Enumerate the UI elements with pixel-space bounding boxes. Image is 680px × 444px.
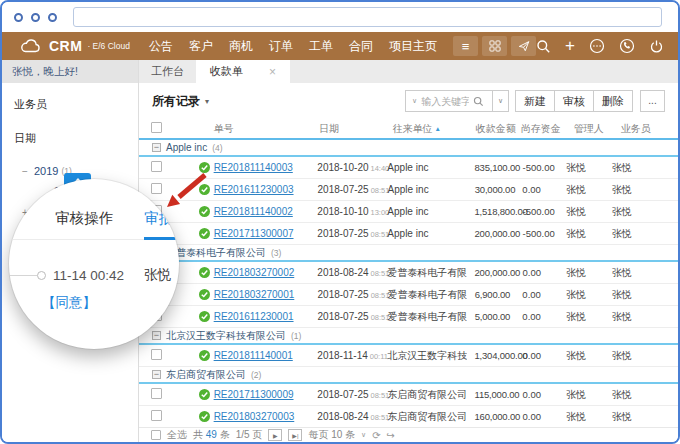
search-options-dropdown[interactable]: ∨ <box>492 91 508 111</box>
more-circle-icon[interactable] <box>589 38 605 54</box>
row-checkbox-cell <box>139 388 187 401</box>
table-row[interactable]: RE2018111400022018-10-1013:00Apple inc1,… <box>139 201 678 223</box>
order-no-cell: RE201811140001 <box>187 350 318 361</box>
forward-icon[interactable]: ↪ <box>387 430 395 441</box>
order-no-link[interactable]: RE201803270002 <box>214 267 295 278</box>
order-no-link[interactable]: RE201811140001 <box>214 350 293 361</box>
group-name: 东启商贸有限公司 <box>166 368 246 382</box>
close-icon[interactable]: × <box>269 65 276 79</box>
order-no-link[interactable]: RE201803270003 <box>214 411 295 422</box>
refresh-icon[interactable]: ⟳ <box>372 430 380 441</box>
select-all-footer-checkbox[interactable] <box>151 430 161 440</box>
order-no-link[interactable]: RE201803270001 <box>214 289 295 300</box>
nav-item[interactable]: 公告 <box>149 38 173 55</box>
tab-audit-actions[interactable]: 审核操作 <box>55 209 113 239</box>
chevron-down-icon[interactable]: ∨ <box>412 97 417 105</box>
records-filter-dropdown[interactable]: 所有记录 ▾ <box>152 93 209 110</box>
send-icon[interactable] <box>511 36 536 56</box>
column-header-remain[interactable]: 尚存资金 <box>516 122 560 136</box>
order-no-link[interactable]: RE201611230001 <box>214 311 294 322</box>
chevron-down-icon[interactable]: ∨ <box>361 431 366 439</box>
row-checkbox[interactable] <box>151 410 162 421</box>
window-control-icon[interactable] <box>31 13 40 22</box>
column-header-unit[interactable]: 往来单位▲ <box>381 122 466 136</box>
date-value: 2018-10-20 <box>317 162 368 173</box>
table-row[interactable]: RE2018032700012018-07-2508:51爱普泰科电子有限公司6… <box>139 284 678 306</box>
group-header-row[interactable]: −北京汉王数字科技有限公司(1) <box>139 328 678 345</box>
search-input[interactable] <box>421 96 469 107</box>
column-header-sales[interactable]: 业务员 <box>604 122 678 136</box>
tab-workbench[interactable]: 工作台 <box>139 60 196 83</box>
last-page-button[interactable]: ▶| <box>288 429 302 441</box>
date-cell: 2018-08-2408:51 <box>317 411 381 422</box>
order-no-link[interactable]: RE201811140003 <box>214 162 293 173</box>
next-page-button[interactable]: ▶ <box>268 429 282 441</box>
order-no-link[interactable]: RE201711300007 <box>214 228 294 239</box>
app-logo: CRM · E/6 Cloud <box>2 38 140 54</box>
order-no-link[interactable]: RE201711300009 <box>214 389 294 400</box>
sales-cell: 张悦 <box>604 227 678 241</box>
approved-status-icon <box>199 311 210 322</box>
nav-item[interactable]: 项目主页 <box>389 38 437 55</box>
tree-toggle-icon[interactable]: − <box>22 166 34 177</box>
table-row[interactable]: RE2018032700032018-08-2408:51东启商贸有限公司160… <box>139 406 678 427</box>
table-row[interactable]: RE2018111400012018-11-1400:11北京汉王数字科技有限.… <box>139 345 678 367</box>
more-button[interactable]: ... <box>640 90 665 112</box>
table-row[interactable]: RE2018032700022018-08-2408:51爱普泰科电子有限公司2… <box>139 262 678 284</box>
select-all-checkbox[interactable] <box>151 122 162 133</box>
manager-cell: 张悦 <box>560 288 604 302</box>
window-control-icon[interactable] <box>48 13 57 22</box>
search-icon[interactable] <box>536 39 551 54</box>
collapse-group-icon[interactable]: − <box>152 143 161 152</box>
filter-date-label[interactable]: 日期 <box>14 131 128 146</box>
delete-button[interactable]: 删除 <box>593 90 633 112</box>
collapse-group-icon[interactable]: − <box>152 370 161 379</box>
new-button[interactable]: 新建 <box>515 90 555 112</box>
column-header-amount[interactable]: 收款金额 <box>466 122 516 136</box>
tab-receipts[interactable]: 收款单 × <box>196 60 290 83</box>
amount-cell: 5,000.00 <box>467 311 517 322</box>
add-icon[interactable]: + <box>565 37 575 54</box>
nav-item[interactable]: 商机 <box>229 38 253 55</box>
nav-item[interactable]: 工单 <box>309 38 333 55</box>
manager-cell: 张悦 <box>560 205 604 219</box>
table-row[interactable]: RE2017113000072018-07-2508:51Apple inc20… <box>139 223 678 245</box>
tab-strip: 工作台 收款单 × <box>139 60 678 83</box>
search-icon[interactable] <box>473 96 484 107</box>
list-view-icon[interactable]: ≡ <box>453 36 478 56</box>
group-header-row[interactable]: −Apple inc(4) <box>139 140 678 157</box>
order-no-link[interactable]: RE201811140002 <box>214 206 293 217</box>
table-row[interactable]: RE2017113000092018-07-2508:51东启商贸有限公司115… <box>139 384 678 406</box>
table-row[interactable]: RE2018111400032018-10-2014:40Apple inc83… <box>139 157 678 179</box>
grid-view-icon[interactable] <box>482 36 507 56</box>
table-row[interactable]: RE2016112300012018-07-2508:51爱普泰科电子有限公司5… <box>139 306 678 328</box>
table-row[interactable]: RE2016112300032018-07-2508:51Apple inc30… <box>139 179 678 201</box>
column-header-manager[interactable]: 管理人 <box>560 122 604 136</box>
column-header-no[interactable]: 单号 <box>187 122 318 136</box>
group-header-row[interactable]: −东启商贸有限公司(2) <box>139 367 678 384</box>
group-header-row[interactable]: −爱普泰科电子有限公司(3) <box>139 245 678 262</box>
remain-cell: -500.00 <box>517 162 561 173</box>
column-header-date[interactable]: 日期 <box>317 122 380 136</box>
row-checkbox[interactable] <box>151 349 162 360</box>
nav-item[interactable]: 客户 <box>189 38 213 55</box>
nav-item[interactable]: 合同 <box>349 38 373 55</box>
audit-button[interactable]: 审核 <box>554 90 594 112</box>
row-checkbox[interactable] <box>151 161 162 172</box>
remain-cell: 0.00 <box>516 184 560 195</box>
unit-cell: Apple inc <box>381 228 466 239</box>
order-no-link[interactable]: RE201611230003 <box>214 184 294 195</box>
phone-icon[interactable] <box>619 38 635 54</box>
column-header-unit-label: 往来单位 <box>393 123 433 134</box>
page-info: 1/5 页 <box>236 428 263 442</box>
power-icon[interactable] <box>649 39 664 54</box>
filter-salesperson-label[interactable]: 业务员 <box>14 97 128 112</box>
row-checkbox[interactable] <box>151 183 162 194</box>
window-control-icon[interactable] <box>14 13 23 22</box>
address-bar[interactable] <box>73 7 662 27</box>
nav-item[interactable]: 订单 <box>269 38 293 55</box>
unit-cell: 爱普泰科电子有限公司 <box>382 310 467 324</box>
row-checkbox[interactable] <box>151 388 162 399</box>
collapse-group-icon[interactable]: − <box>152 331 161 340</box>
group-name: Apple inc <box>166 142 207 153</box>
